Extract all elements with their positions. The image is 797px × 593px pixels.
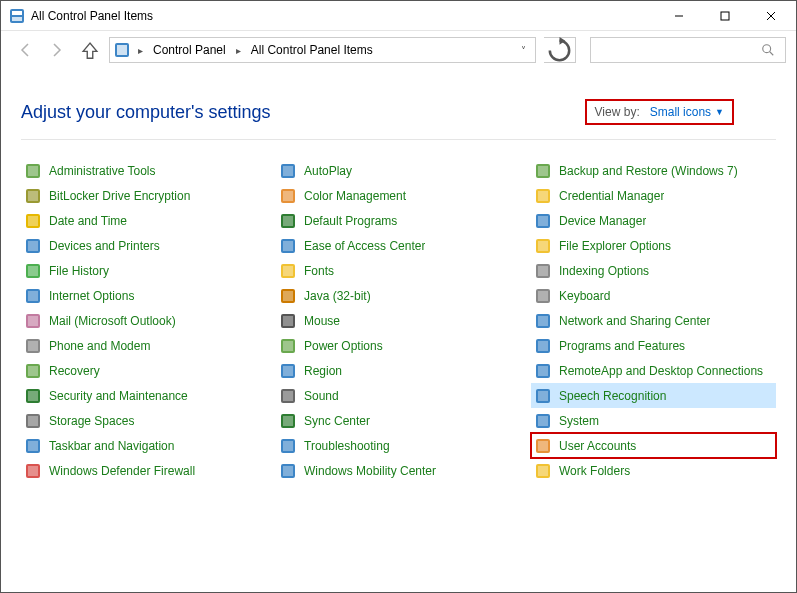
cp-item-remoteapp-and-desktop-connections[interactable]: RemoteApp and Desktop Connections	[531, 358, 776, 383]
cp-item-backup-and-restore-windows-7[interactable]: Backup and Restore (Windows 7)	[531, 158, 776, 183]
chevron-right-icon[interactable]: ▸	[232, 45, 245, 56]
svg-rect-26	[28, 341, 38, 351]
cp-item-device-manager[interactable]: Device Manager	[531, 208, 776, 233]
up-button[interactable]	[79, 39, 101, 61]
svg-rect-30	[28, 391, 38, 401]
cp-item-bitlocker-drive-encryption[interactable]: BitLocker Drive Encryption	[21, 183, 266, 208]
chevron-right-icon[interactable]: ▸	[134, 45, 147, 56]
cp-item-ease-of-access-center[interactable]: Ease of Access Center	[276, 233, 521, 258]
cp-item-color-management[interactable]: Color Management	[276, 183, 521, 208]
svg-rect-56	[283, 391, 293, 401]
cp-item-internet-options[interactable]: Internet Options	[21, 283, 266, 308]
svg-rect-40	[283, 191, 293, 201]
close-button[interactable]	[748, 2, 794, 30]
cp-item-administrative-tools[interactable]: Administrative Tools	[21, 158, 266, 183]
cp-item-work-folders[interactable]: Work Folders	[531, 458, 776, 483]
cp-item-fonts[interactable]: Fonts	[276, 258, 521, 283]
forward-button[interactable]	[45, 39, 67, 61]
cp-item-storage-spaces[interactable]: Storage Spaces	[21, 408, 266, 433]
breadcrumb-leaf[interactable]: All Control Panel Items	[249, 43, 375, 57]
autoplay-icon	[280, 163, 296, 179]
item-label: File History	[49, 264, 109, 278]
item-label: Network and Sharing Center	[559, 314, 710, 328]
sync-center-icon	[280, 413, 296, 429]
sound-icon	[280, 388, 296, 404]
item-label: Internet Options	[49, 289, 134, 303]
cp-item-devices-and-printers[interactable]: Devices and Printers	[21, 233, 266, 258]
item-label: Color Management	[304, 189, 406, 203]
svg-rect-50	[283, 316, 293, 326]
cp-item-file-explorer-options[interactable]: File Explorer Options	[531, 233, 776, 258]
cp-item-security-and-maintenance[interactable]: Security and Maintenance	[21, 383, 266, 408]
item-label: Mail (Microsoft Outlook)	[49, 314, 176, 328]
svg-rect-66	[538, 191, 548, 201]
color-management-icon	[280, 188, 296, 204]
cp-item-sound[interactable]: Sound	[276, 383, 521, 408]
user-accounts-icon	[535, 438, 551, 454]
view-by-control[interactable]: View by: Small icons ▼	[585, 99, 734, 125]
cp-item-indexing-options[interactable]: Indexing Options	[531, 258, 776, 283]
cp-item-troubleshooting[interactable]: Troubleshooting	[276, 433, 521, 458]
address-bar[interactable]: ▸ Control Panel ▸ All Control Panel Item…	[109, 37, 536, 63]
search-input[interactable]	[590, 37, 786, 63]
security-and-maintenance-icon	[25, 388, 41, 404]
svg-point-9	[763, 45, 771, 53]
breadcrumb-root[interactable]: Control Panel	[151, 43, 228, 57]
cp-item-user-accounts[interactable]: User Accounts	[531, 433, 776, 458]
cp-item-mouse[interactable]: Mouse	[276, 308, 521, 333]
address-dropdown[interactable]: ˅	[513, 45, 533, 56]
svg-rect-32	[28, 416, 38, 426]
cp-item-taskbar-and-navigation[interactable]: Taskbar and Navigation	[21, 433, 266, 458]
cp-item-default-programs[interactable]: Default Programs	[276, 208, 521, 233]
file-history-icon	[25, 263, 41, 279]
minimize-button[interactable]	[656, 2, 702, 30]
java-32-bit-icon	[280, 288, 296, 304]
cp-item-network-and-sharing-center[interactable]: Network and Sharing Center	[531, 308, 776, 333]
cp-item-file-history[interactable]: File History	[21, 258, 266, 283]
search-icon	[761, 43, 775, 57]
cp-item-java-32-bit[interactable]: Java (32-bit)	[276, 283, 521, 308]
cp-item-mail-microsoft-outlook[interactable]: Mail (Microsoft Outlook)	[21, 308, 266, 333]
svg-rect-28	[28, 366, 38, 376]
windows-defender-firewall-icon	[25, 463, 41, 479]
cp-item-windows-mobility-center[interactable]: Windows Mobility Center	[276, 458, 521, 483]
cp-item-recovery[interactable]: Recovery	[21, 358, 266, 383]
maximize-button[interactable]	[702, 2, 748, 30]
bitlocker-drive-encryption-icon	[25, 188, 41, 204]
cp-item-date-and-time[interactable]: Date and Time	[21, 208, 266, 233]
cp-item-credential-manager[interactable]: Credential Manager	[531, 183, 776, 208]
region-icon	[280, 363, 296, 379]
item-label: Default Programs	[304, 214, 397, 228]
cp-item-power-options[interactable]: Power Options	[276, 333, 521, 358]
back-button[interactable]	[15, 39, 37, 61]
svg-rect-48	[283, 291, 293, 301]
svg-rect-78	[538, 341, 548, 351]
taskbar-and-navigation-icon	[25, 438, 41, 454]
troubleshooting-icon	[280, 438, 296, 454]
item-label: BitLocker Drive Encryption	[49, 189, 190, 203]
item-label: Credential Manager	[559, 189, 664, 203]
caret-down-icon: ▼	[715, 107, 724, 117]
navbar: ▸ Control Panel ▸ All Control Panel Item…	[1, 31, 796, 71]
cp-item-system[interactable]: System	[531, 408, 776, 433]
svg-rect-80	[538, 366, 548, 376]
content-area: Adjust your computer's settings View by:…	[1, 71, 796, 592]
cp-item-sync-center[interactable]: Sync Center	[276, 408, 521, 433]
refresh-button[interactable]	[544, 37, 576, 63]
cp-item-programs-and-features[interactable]: Programs and Features	[531, 333, 776, 358]
svg-rect-54	[283, 366, 293, 376]
view-by-value[interactable]: Small icons ▼	[650, 105, 724, 119]
item-label: Fonts	[304, 264, 334, 278]
cp-item-phone-and-modem[interactable]: Phone and Modem	[21, 333, 266, 358]
view-by-label: View by:	[595, 105, 640, 119]
speech-recognition-icon	[535, 388, 551, 404]
item-label: Region	[304, 364, 342, 378]
svg-rect-38	[283, 166, 293, 176]
cp-item-autoplay[interactable]: AutoPlay	[276, 158, 521, 183]
cp-item-region[interactable]: Region	[276, 358, 521, 383]
cp-item-windows-defender-firewall[interactable]: Windows Defender Firewall	[21, 458, 266, 483]
cp-item-speech-recognition[interactable]: Speech Recognition	[531, 383, 776, 408]
cp-item-keyboard[interactable]: Keyboard	[531, 283, 776, 308]
item-label: Device Manager	[559, 214, 646, 228]
svg-rect-68	[538, 216, 548, 226]
